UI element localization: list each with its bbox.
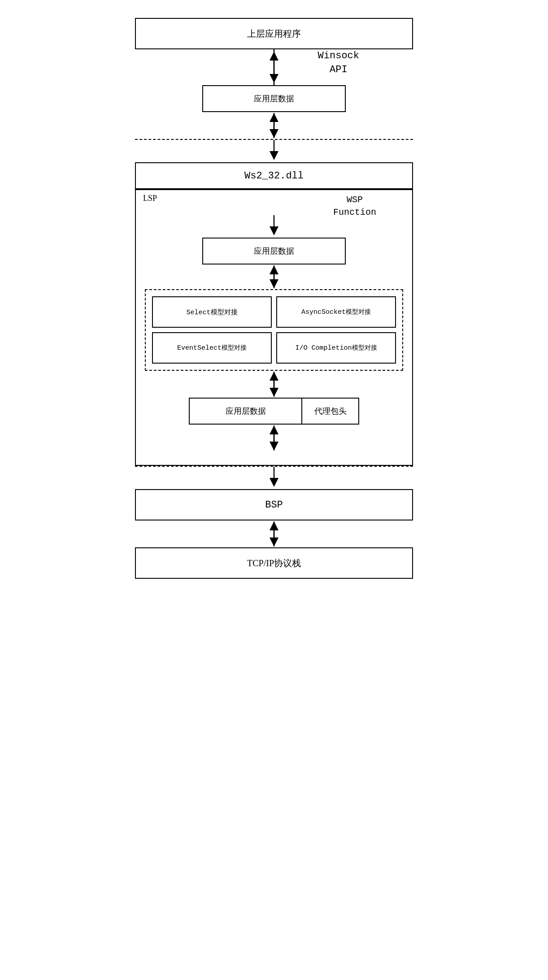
top-app-box: 上层应用程序 (135, 18, 413, 49)
svg-marker-3 (270, 52, 278, 61)
svg-marker-23 (270, 425, 278, 434)
arrow-down-lsp (265, 215, 283, 238)
async-socket-model-label: AsyncSocket模型对接 (301, 308, 371, 316)
arrow-down-bsp (265, 467, 283, 489)
proxy-app-data: 应用层数据 (190, 399, 302, 424)
svg-marker-15 (270, 265, 278, 274)
io-completion-model-box: I/O Completion模型对接 (276, 332, 396, 364)
app-layer-data-box-2: 应用层数据 (202, 238, 346, 265)
svg-marker-19 (270, 372, 278, 381)
bsp-label: BSP (265, 499, 283, 511)
arrow-double-tcpip (265, 520, 283, 547)
app-layer-data-label-3: 应用层数据 (226, 406, 266, 416)
select-model-label: SelectSelect模型对接模型对接 (186, 308, 237, 317)
svg-marker-9 (270, 151, 278, 160)
ws232-label: Ws2_32.dll (244, 170, 304, 182)
lsp-section: LSP WSP Function 应用层数据 SelectSelect模型对接模… (135, 189, 413, 466)
top-app-label: 上层应用程序 (247, 28, 301, 40)
bsp-box: BSP (135, 489, 413, 520)
lsp-label: LSP (143, 194, 157, 203)
svg-marker-29 (270, 521, 278, 530)
proxy-header-label: 代理包头 (314, 406, 347, 416)
event-select-model-label: EventSelect模型对接 (177, 344, 247, 352)
app-layer-data-label-2: 应用层数据 (254, 246, 294, 256)
network-architecture-diagram: 上层应用程序 Winsock API 应用层数据 Ws2_32.dll L (135, 18, 413, 579)
app-layer-data-box-1: 应用层数据 (202, 85, 346, 112)
tcpip-label: TCP/IP协议栈 (247, 557, 301, 569)
ws232-box: Ws2_32.dll (135, 162, 413, 189)
event-select-model-box: EventSelect模型对接 (152, 332, 272, 364)
arrow-double-lsp (265, 265, 283, 289)
select-model-box: SelectSelect模型对接模型对接 (152, 296, 272, 328)
app-layer-data-label-1: 应用层数据 (254, 93, 294, 104)
winsock-api-label: Winsock API (318, 49, 359, 77)
arrow-double-1 (265, 112, 283, 139)
proxy-header: 代理包头 (302, 399, 358, 424)
tcpip-box: TCP/IP协议栈 (135, 547, 413, 579)
svg-marker-25 (270, 478, 278, 487)
svg-marker-7 (270, 113, 278, 122)
arrow-down-1 (265, 49, 283, 85)
proxy-data-row: 应用层数据 代理包头 (189, 398, 359, 425)
async-socket-model-box: AsyncSocket模型对接 (276, 296, 396, 328)
arrow-down-2 (265, 140, 283, 162)
io-completion-model-label: I/O Completion模型对接 (295, 344, 377, 352)
svg-marker-11 (270, 226, 278, 235)
wsp-function-label: WSP Function (333, 194, 376, 219)
models-dashed-box: SelectSelect模型对接模型对接 AsyncSocket模型对接 Eve… (145, 289, 403, 371)
arrow-double-after-models (265, 371, 283, 398)
arrow-double-after-proxy (265, 425, 283, 451)
